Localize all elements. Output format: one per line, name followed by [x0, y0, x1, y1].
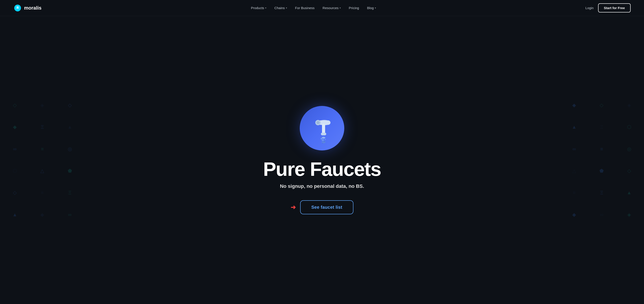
- bg-icon: ≡: [591, 142, 612, 157]
- bg-icon: ◆: [32, 207, 52, 222]
- nav-item-resources[interactable]: Resources ▾: [320, 4, 344, 11]
- nav-link-blog[interactable]: Blog ▾: [364, 4, 379, 11]
- bg-icon: ▲: [4, 207, 25, 222]
- bg-icon: ∞: [4, 142, 25, 157]
- bg-icon: Ξ: [591, 185, 612, 200]
- svg-point-11: [322, 143, 323, 144]
- hero-title: Pure Faucets: [263, 159, 381, 179]
- bg-icon: ◇: [619, 163, 640, 178]
- bg-icon: ◇: [4, 185, 25, 200]
- chains-chevron-icon: ▾: [286, 7, 287, 9]
- hero-section: ◇ ◈ ◇ ◆ Ξ ▲ ∞ ≡ ◎ ⬡ △ ⬟ ◇ ≡ Ξ ▲ ◆ ∞ ◆ ◇ …: [0, 16, 644, 304]
- svg-rect-3: [321, 133, 326, 135]
- bg-icon: ∞: [591, 207, 612, 222]
- bg-icon: ⬡: [4, 163, 25, 178]
- nav-item-pricing[interactable]: Pricing: [346, 4, 362, 11]
- bg-icon: ∞: [60, 207, 80, 222]
- bg-icon: ⬡: [619, 120, 640, 135]
- bg-icon: ◇: [4, 98, 25, 113]
- products-chevron-icon: ▾: [265, 7, 266, 9]
- bg-icon: Ξ: [32, 120, 52, 135]
- bg-icon: ≡: [564, 185, 584, 200]
- bg-icon: ⬟: [591, 163, 612, 178]
- bg-icon: ◎: [619, 142, 640, 157]
- svg-point-4: [322, 137, 325, 139]
- start-for-free-button[interactable]: Start for Free: [598, 3, 631, 12]
- bg-icon: ◆: [564, 98, 584, 113]
- bg-icon: Ξ: [60, 185, 80, 200]
- bg-icon: ◆: [564, 207, 584, 222]
- cta-wrapper: ➜ See faucet list: [290, 200, 354, 214]
- svg-point-9: [322, 141, 323, 142]
- bg-icon: ▲: [564, 120, 584, 135]
- nav-item-blog[interactable]: Blog ▾: [364, 4, 379, 11]
- svg-point-8: [325, 139, 326, 140]
- arrow-icon: ➜: [290, 204, 296, 211]
- bg-icon: △: [32, 163, 52, 178]
- faucet-illustration: [300, 106, 344, 151]
- logo-text: moralis: [24, 5, 42, 11]
- svg-rect-2: [322, 124, 325, 134]
- svg-point-10: [324, 141, 325, 142]
- navbar: moralis Products ▾ Chains ▾ For Business…: [0, 0, 644, 16]
- nav-link-for-business[interactable]: For Business: [292, 4, 318, 11]
- moralis-logo-icon: [13, 4, 22, 12]
- bg-icons-left: ◇ ◈ ◇ ◆ Ξ ▲ ∞ ≡ ◎ ⬡ △ ⬟ ◇ ≡ Ξ ▲ ◆ ∞: [0, 93, 85, 227]
- bg-icon: Ξ: [591, 120, 612, 135]
- resources-chevron-icon: ▾: [340, 7, 341, 9]
- bg-icon: ◈: [619, 98, 640, 113]
- svg-point-13: [316, 121, 320, 124]
- nav-link-resources[interactable]: Resources ▾: [320, 4, 344, 11]
- bg-icon: ◆: [4, 120, 25, 135]
- nav-item-chains[interactable]: Chains ▾: [271, 4, 290, 11]
- login-link[interactable]: Login: [586, 6, 594, 10]
- nav-links: Products ▾ Chains ▾ For Business Resourc…: [248, 4, 379, 11]
- bg-icons-right: ◆ ◇ ◈ ▲ Ξ ⬡ ∞ ≡ ◎ △ ⬟ ◇ ≡ Ξ ▲ ◆ ∞ ◈: [559, 93, 644, 227]
- bg-icon: ▲: [619, 185, 640, 200]
- nav-link-pricing[interactable]: Pricing: [346, 4, 362, 11]
- nav-item-for-business[interactable]: For Business: [292, 4, 318, 11]
- nav-actions: Login Start for Free: [586, 3, 631, 12]
- faucet-svg: [305, 112, 339, 145]
- nav-item-products[interactable]: Products ▾: [248, 4, 270, 11]
- bg-icon: ◇: [60, 98, 80, 113]
- svg-point-5: [322, 139, 324, 141]
- bg-icon: ◈: [619, 207, 640, 222]
- bg-icon: ▲: [60, 120, 80, 135]
- bg-icon: ◈: [32, 98, 52, 113]
- bg-icon: ◎: [60, 142, 80, 157]
- logo-link[interactable]: moralis: [13, 4, 42, 12]
- bg-icon: ≡: [32, 185, 52, 200]
- bg-icon: ∞: [564, 142, 584, 157]
- nav-link-chains[interactable]: Chains ▾: [271, 4, 290, 11]
- hero-subtitle: No signup, no personal data, no BS.: [280, 183, 364, 189]
- see-faucet-list-button[interactable]: See faucet list: [300, 200, 354, 214]
- bg-icon: ⬟: [60, 163, 80, 178]
- bg-icon: ◇: [591, 98, 612, 113]
- nav-link-products[interactable]: Products ▾: [248, 4, 270, 11]
- blog-chevron-icon: ▾: [375, 7, 376, 9]
- bg-icon: △: [564, 163, 584, 178]
- bg-icon: ≡: [32, 142, 52, 157]
- svg-point-7: [321, 138, 322, 139]
